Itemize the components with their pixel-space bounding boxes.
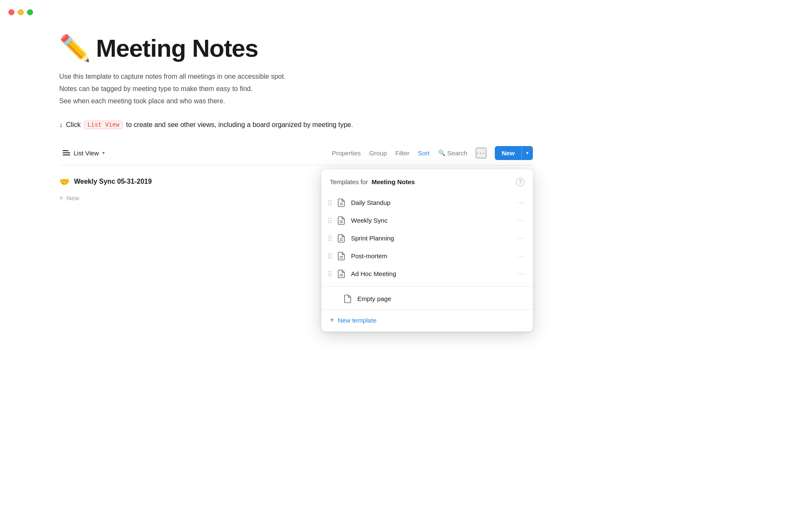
instruction-arrow: ↓ (59, 121, 63, 129)
drag-handle-icon (328, 218, 332, 223)
template-more-button[interactable]: ··· (515, 269, 526, 279)
group-button[interactable]: Group (369, 149, 387, 157)
minimize-button[interactable] (18, 9, 24, 15)
template-more-button[interactable]: ··· (515, 216, 526, 225)
maximize-button[interactable] (27, 9, 33, 15)
dropdown-header-text: Templates for Meeting Notes (330, 178, 415, 185)
traffic-lights (8, 9, 33, 15)
dropdown-items: Daily Standup ··· (321, 192, 533, 309)
document-icon (337, 269, 346, 279)
template-item-daily-standup[interactable]: Daily Standup ··· (321, 194, 533, 212)
plus-icon: + (59, 194, 63, 202)
dropdown-header: Templates for Meeting Notes ? (321, 169, 533, 192)
chevron-down-icon: ▾ (102, 150, 105, 156)
template-name: Daily Standup (351, 199, 510, 206)
toolbar-left: List View ▾ (59, 147, 108, 158)
drag-handle-icon (328, 235, 332, 241)
empty-document-icon (343, 294, 352, 304)
search-button[interactable]: 🔍 Search (438, 149, 468, 157)
template-name: Post-mortem (351, 252, 510, 260)
template-item-weekly-sync[interactable]: Weekly Sync ··· (321, 212, 533, 229)
page-title-row: ✏️ Meeting Notes (59, 34, 533, 62)
new-item-label: New (66, 194, 79, 202)
template-item-post-mortem[interactable]: Post-mortem ··· (321, 247, 533, 265)
template-name: Weekly Sync (351, 217, 510, 224)
main-content: ✏️ Meeting Notes Use this template to ca… (0, 0, 592, 231)
template-more-button[interactable]: ··· (515, 198, 526, 207)
help-icon[interactable]: ? (516, 178, 524, 186)
filter-button[interactable]: Filter (395, 149, 409, 157)
toolbar: List View ▾ Properties Group Filter Sort… (59, 146, 533, 166)
template-item-sprint-planning[interactable]: Sprint Planning ··· (321, 229, 533, 247)
list-view-badge: List View (84, 121, 123, 129)
list-view-button[interactable]: List View ▾ (59, 147, 108, 158)
drag-handle-icon (328, 271, 332, 276)
document-icon (337, 251, 346, 261)
search-icon: 🔍 (438, 149, 445, 156)
plus-icon: + (330, 316, 335, 325)
new-button-group: New ▾ (495, 146, 533, 160)
template-name: Ad Hoc Meeting (351, 270, 510, 277)
more-options-button[interactable]: ··· (476, 148, 486, 158)
drag-handle-icon (328, 200, 332, 205)
sort-button[interactable]: Sort (418, 149, 430, 157)
new-button[interactable]: New (495, 146, 521, 160)
template-more-button[interactable]: ··· (515, 234, 526, 243)
page-emoji: ✏️ (59, 36, 91, 61)
page-title: Meeting Notes (96, 34, 258, 62)
document-icon (337, 198, 346, 207)
drag-handle-icon (328, 253, 332, 259)
item-emoji: 🤝 (59, 177, 70, 187)
document-icon (337, 216, 346, 225)
empty-page-label: Empty page (357, 295, 526, 302)
templates-dropdown: Templates for Meeting Notes ? (321, 169, 533, 331)
instruction-line: ↓ Click List View to create and see othe… (59, 121, 533, 129)
close-button[interactable] (8, 9, 14, 15)
instruction-pre: Click (66, 121, 81, 129)
page-description: Use this template to capture notes from … (59, 71, 533, 107)
toolbar-right: Properties Group Filter Sort 🔍 Search ··… (332, 146, 533, 160)
template-item-ad-hoc[interactable]: Ad Hoc Meeting ··· (321, 265, 533, 283)
instruction-post: to create and see other views, including… (126, 121, 353, 129)
list-view-label: List View (74, 149, 99, 157)
template-name: Sprint Planning (351, 235, 510, 242)
new-dropdown-button[interactable]: ▾ (521, 147, 533, 159)
list-view-icon (63, 149, 70, 157)
document-icon (337, 234, 346, 243)
dropdown-divider (321, 286, 533, 287)
new-template-label: New template (338, 317, 377, 324)
item-title: Weekly Sync 05-31-2019 (74, 178, 152, 185)
new-template-button[interactable]: + New template (330, 316, 376, 325)
dropdown-footer: + New template (321, 309, 533, 331)
template-item-empty-page[interactable]: Empty page (321, 290, 533, 308)
properties-button[interactable]: Properties (332, 149, 361, 157)
template-more-button[interactable]: ··· (515, 251, 526, 261)
